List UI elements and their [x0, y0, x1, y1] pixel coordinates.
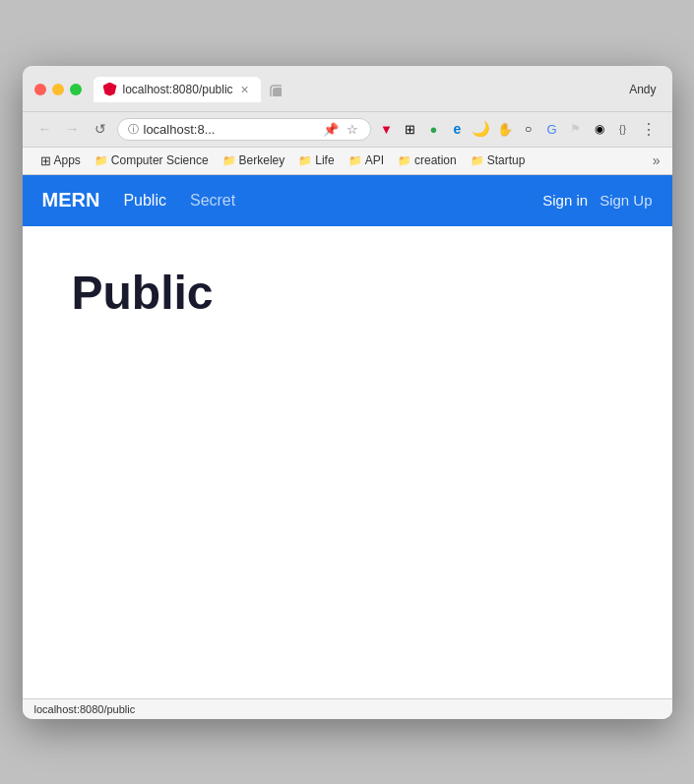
- ext-circle-icon[interactable]: ●: [424, 119, 444, 139]
- nav-link-secret[interactable]: Secret: [186, 188, 239, 213]
- bookmark-cs-label: Computer Science: [111, 153, 209, 167]
- ext-hand-icon[interactable]: ✋: [495, 119, 515, 139]
- nav-link-public[interactable]: Public: [119, 188, 170, 213]
- security-lock-icon: ⓘ: [128, 122, 139, 137]
- pin-icon[interactable]: 📌: [321, 122, 341, 137]
- apps-grid-icon: ⊞: [40, 153, 51, 168]
- browser-menu-button[interactable]: ⋮: [637, 118, 661, 141]
- ext-circle3-icon[interactable]: ◉: [590, 119, 609, 139]
- close-button[interactable]: [34, 84, 46, 95]
- bookmark-life-label: Life: [315, 153, 334, 167]
- bookmark-berkeley[interactable]: 📁 Berkeley: [217, 151, 291, 169]
- ext-curly-icon[interactable]: {}: [613, 119, 633, 139]
- bookmark-creation-label: creation: [414, 153, 457, 167]
- minimize-button[interactable]: [52, 84, 64, 95]
- page-content: Public: [23, 226, 672, 698]
- angular-icon: [103, 83, 117, 96]
- address-input-wrap[interactable]: ⓘ localhost:8... 📌 ☆: [117, 118, 371, 141]
- window-controls: [34, 84, 82, 95]
- ext-flag-icon[interactable]: ⚑: [566, 119, 586, 139]
- forward-button[interactable]: →: [62, 118, 84, 140]
- webpage: MERN Public Secret Sign in Sign Up Publi…: [23, 175, 672, 698]
- bookmark-apps-label: Apps: [54, 153, 81, 167]
- address-bar: ← → ↺ ⓘ localhost:8... 📌 ☆ ▼ ⊞ ● e 🌙 ✋ ○…: [23, 112, 672, 148]
- sign-up-button[interactable]: Sign Up: [599, 192, 652, 209]
- site-nav-right: Sign in Sign Up: [542, 192, 652, 209]
- maximize-button[interactable]: [70, 84, 82, 95]
- site-navigation: MERN Public Secret Sign in Sign Up: [23, 175, 672, 226]
- bookmark-api[interactable]: 📁 API: [343, 151, 390, 169]
- pocket-icon[interactable]: ▼: [377, 119, 397, 139]
- address-text: localhost:8...: [144, 122, 316, 137]
- bookmarks-more-button[interactable]: »: [653, 152, 661, 168]
- tab-close-button[interactable]: ×: [239, 82, 251, 97]
- folder-icon: 📁: [348, 154, 362, 167]
- folder-icon: 📁: [298, 154, 312, 167]
- active-tab[interactable]: localhost:8080/public ×: [94, 77, 261, 102]
- page-heading: Public: [72, 266, 623, 320]
- bookmark-startup-label: Startup: [487, 153, 526, 167]
- ext-grid-icon[interactable]: ⊞: [401, 119, 420, 139]
- folder-icon: 📁: [95, 154, 108, 167]
- bookmark-apps[interactable]: ⊞ Apps: [34, 151, 87, 170]
- bookmarks-bar: ⊞ Apps 📁 Computer Science 📁 Berkeley 📁 L…: [23, 148, 672, 175]
- status-url: localhost:8080/public: [34, 703, 136, 715]
- bookmark-star-icon[interactable]: ☆: [345, 122, 360, 137]
- ext-e-icon[interactable]: e: [448, 119, 468, 139]
- site-brand[interactable]: MERN: [42, 189, 100, 211]
- bookmark-api-label: API: [365, 153, 384, 167]
- folder-icon: 📁: [471, 154, 484, 167]
- status-bar: localhost:8080/public: [23, 698, 672, 719]
- address-bar-icons: 📌 ☆: [321, 122, 360, 137]
- ext-moon-icon[interactable]: 🌙: [472, 119, 491, 139]
- folder-icon: 📁: [398, 154, 411, 167]
- reload-button[interactable]: ↺: [90, 118, 111, 140]
- tab-favicon: [103, 83, 117, 96]
- bookmark-berkeley-label: Berkeley: [239, 153, 285, 167]
- title-bar: localhost:8080/public × Andy: [23, 66, 672, 112]
- bookmark-creation[interactable]: 📁 creation: [392, 151, 463, 169]
- back-button[interactable]: ←: [34, 118, 56, 140]
- tab-title: localhost:8080/public: [123, 83, 233, 96]
- bookmark-startup[interactable]: 📁 Startup: [465, 151, 532, 169]
- site-nav-links: Public Secret: [119, 188, 239, 213]
- extension-icons: ▼ ⊞ ● e 🌙 ✋ ○ G ⚑ ◉ {} ⋮: [377, 118, 661, 141]
- svg-rect-0: [273, 88, 282, 96]
- bookmark-computer-science[interactable]: 📁 Computer Science: [89, 151, 215, 169]
- ext-circle2-icon[interactable]: ○: [519, 119, 538, 139]
- browser-window: localhost:8080/public × Andy ← → ↺: [23, 66, 672, 719]
- folder-icon: 📁: [222, 154, 236, 167]
- bookmark-life[interactable]: 📁 Life: [292, 151, 340, 169]
- new-tab-button[interactable]: [261, 76, 288, 103]
- tab-bar: localhost:8080/public ×: [94, 76, 630, 103]
- sign-in-button[interactable]: Sign in: [542, 192, 588, 209]
- user-label: Andy: [629, 83, 660, 96]
- ext-translate-icon[interactable]: G: [542, 119, 562, 139]
